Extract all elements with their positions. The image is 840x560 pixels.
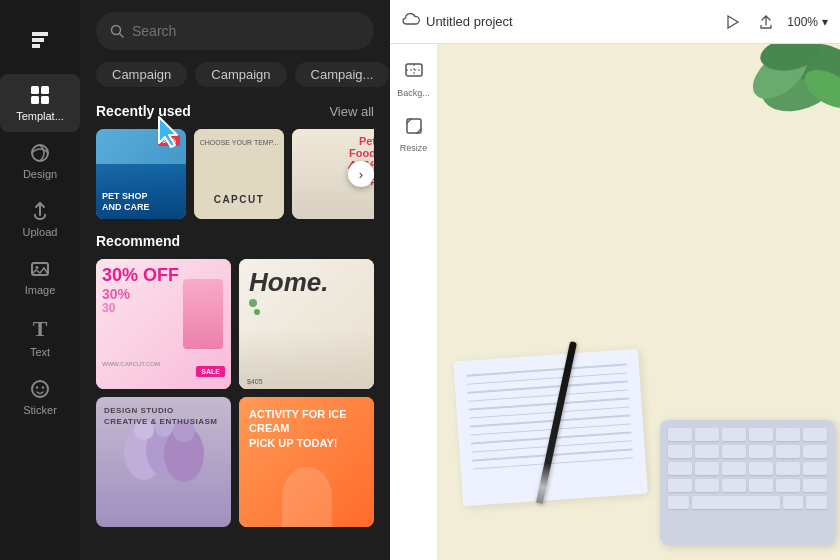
design-icon bbox=[29, 142, 51, 164]
icecream-text: ACTIVITY FOR ICE CREAMPICK UP TODAY! bbox=[249, 407, 364, 450]
recommend-card-home[interactable]: Home. $405 bbox=[239, 259, 374, 389]
share-button[interactable] bbox=[753, 9, 779, 35]
recently-used-header: Recently used View all bbox=[96, 103, 374, 119]
canvas-title-area: Untitled project bbox=[402, 11, 711, 33]
capcut-label: CAPCUT bbox=[214, 194, 265, 205]
search-icon bbox=[110, 24, 124, 38]
desk-scene bbox=[438, 44, 840, 560]
sidebar-item-label-design: Design bbox=[23, 168, 57, 180]
recommend-card-icecream[interactable]: ACTIVITY FOR ICE CREAMPICK UP TODAY! bbox=[239, 397, 374, 527]
recently-used-next-button[interactable]: › bbox=[348, 161, 374, 187]
keyboard bbox=[660, 420, 835, 545]
panel-content: Recently used View all 30% PET SHOPAND C… bbox=[80, 97, 390, 560]
svg-rect-1 bbox=[31, 86, 39, 94]
background-tool-label: Backg... bbox=[397, 88, 430, 98]
svg-marker-18 bbox=[728, 16, 738, 28]
sidebar-item-label-templates: Templat... bbox=[16, 110, 64, 122]
recommend-header: Recommend bbox=[96, 233, 374, 249]
play-button[interactable] bbox=[719, 9, 745, 35]
recommend-card-30off[interactable]: 30% OFF 30% 30 SALE WWW.CAPCUT.COM bbox=[96, 259, 231, 389]
canvas-toolbar: Untitled project 100% ▾ bbox=[390, 0, 840, 44]
filter-tab-campaign1[interactable]: Campaign bbox=[96, 62, 187, 87]
petshop-label: PET SHOPAND CARE bbox=[102, 191, 150, 213]
sidebar-item-label-image: Image bbox=[25, 284, 56, 296]
notebook bbox=[453, 349, 648, 507]
sticker-icon bbox=[29, 378, 51, 400]
svg-point-7 bbox=[36, 266, 39, 269]
sidebar-item-image[interactable]: Image bbox=[0, 248, 80, 306]
plant bbox=[710, 44, 840, 154]
sidebar-item-sticker[interactable]: Sticker bbox=[0, 368, 80, 426]
canvas-toolbar-right: 100% ▾ bbox=[719, 9, 828, 35]
upload-icon bbox=[29, 200, 51, 222]
recently-used-grid: 30% PET SHOPAND CARE CHOOSE YOUR TEMP...… bbox=[96, 129, 374, 219]
canvas-title: Untitled project bbox=[426, 14, 513, 29]
canvas-sub-toolbar: Backg... Resize bbox=[390, 44, 438, 560]
search-input[interactable] bbox=[132, 23, 360, 39]
logo-area bbox=[0, 14, 80, 74]
capcut-logo bbox=[22, 22, 58, 58]
recently-used-title: Recently used bbox=[96, 103, 191, 119]
background-icon bbox=[404, 61, 424, 86]
svg-rect-4 bbox=[41, 96, 49, 104]
svg-rect-2 bbox=[41, 86, 49, 94]
zoom-control[interactable]: 100% ▾ bbox=[787, 15, 828, 29]
canvas-viewport bbox=[438, 44, 840, 560]
svg-point-8 bbox=[32, 381, 48, 397]
background-tool[interactable]: Backg... bbox=[390, 54, 437, 105]
sidebar-item-label-sticker: Sticker bbox=[23, 404, 57, 416]
resize-tool[interactable]: Resize bbox=[390, 109, 437, 160]
search-row bbox=[80, 0, 390, 58]
filter-tab-campaign3[interactable]: Campaig... bbox=[295, 62, 390, 87]
svg-rect-3 bbox=[31, 96, 39, 104]
template-thumb-capcut[interactable]: CHOOSE YOUR TEMP... CAPCUT bbox=[194, 129, 284, 219]
zoom-level: 100% bbox=[787, 15, 818, 29]
templates-icon bbox=[29, 84, 51, 106]
sidebar-item-label-text: Text bbox=[30, 346, 50, 358]
sidebar-item-upload[interactable]: Upload bbox=[0, 190, 80, 248]
image-icon bbox=[29, 258, 51, 280]
search-container bbox=[96, 12, 374, 50]
canvas-container: Backg... Resize bbox=[390, 44, 840, 560]
sidebar-item-templates[interactable]: Templat... bbox=[0, 74, 80, 132]
recommend-card-studio[interactable]: DESIGN STUDIOCREATIVE & ENTHUSIASM bbox=[96, 397, 231, 527]
text-icon: T bbox=[33, 316, 48, 342]
recommend-grid: 30% OFF 30% 30 SALE WWW.CAPCUT.COM Home. bbox=[96, 259, 374, 527]
recommend-section: Recommend 30% OFF 30% 30 SALE WWW.CAPCUT… bbox=[96, 233, 374, 527]
canvas-area: Untitled project 100% ▾ bbox=[390, 0, 840, 560]
zoom-arrow-icon: ▾ bbox=[822, 15, 828, 29]
template-panel: Campaign Campaign Campaig... Recently us… bbox=[80, 0, 390, 560]
resize-icon bbox=[404, 116, 424, 141]
cloud-icon bbox=[402, 11, 420, 33]
icon-sidebar: Templat... Design Upload I bbox=[0, 0, 80, 560]
sidebar-item-design[interactable]: Design bbox=[0, 132, 80, 190]
template-thumb-petshop[interactable]: 30% PET SHOPAND CARE bbox=[96, 129, 186, 219]
filter-tab-campaign2[interactable]: Campaign bbox=[195, 62, 286, 87]
sidebar-item-label-upload: Upload bbox=[23, 226, 58, 238]
svg-point-10 bbox=[42, 386, 44, 388]
sidebar-item-text[interactable]: T Text bbox=[0, 306, 80, 368]
filter-tabs: Campaign Campaign Campaig... bbox=[80, 58, 390, 97]
svg-point-9 bbox=[36, 386, 38, 388]
resize-tool-label: Resize bbox=[400, 143, 428, 153]
studio-text: DESIGN STUDIOCREATIVE & ENTHUSIASM bbox=[104, 405, 223, 427]
recommend-title: Recommend bbox=[96, 233, 180, 249]
view-all-button[interactable]: View all bbox=[329, 104, 374, 119]
svg-point-5 bbox=[32, 145, 48, 161]
